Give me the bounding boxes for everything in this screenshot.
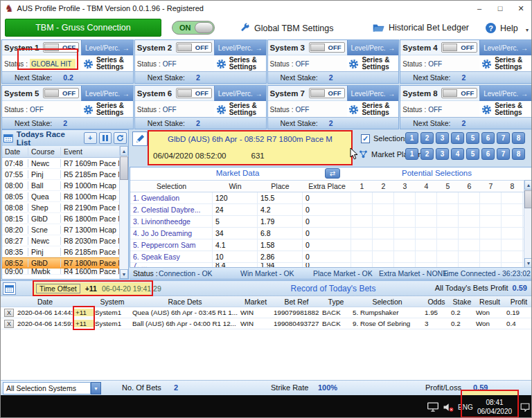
- system-4-toggle[interactable]: OFF: [441, 42, 477, 53]
- bets-col-racedets[interactable]: Race Dets: [131, 298, 239, 306]
- system-8-toggle[interactable]: OFF: [441, 88, 477, 98]
- selection-btn-1[interactable]: 1: [405, 132, 418, 144]
- placement-btn-1[interactable]: 1: [405, 148, 418, 160]
- bets-col-betref[interactable]: Bet Ref: [272, 298, 321, 306]
- system-5-levelperc-button[interactable]: Level/Perc.→: [81, 86, 133, 101]
- market-row[interactable]: 6. Speak Easy102.860: [130, 251, 532, 263]
- system-7-levelperc-button[interactable]: Level/Perc.→: [347, 86, 399, 101]
- system-2-toggle[interactable]: OFF: [176, 42, 212, 53]
- scroll-up-icon[interactable]: ▲: [524, 180, 532, 190]
- placement-btn-5[interactable]: 5: [466, 148, 479, 160]
- race-col-event[interactable]: Event: [61, 147, 128, 156]
- system-4-levelperc-button[interactable]: Level/Perc.→: [479, 40, 531, 55]
- race-row[interactable]: 07:55PinjR5 2185m Pace M: [2, 169, 128, 180]
- help-button[interactable]: ? Help: [486, 23, 518, 33]
- race-row-selected[interactable]: 08:52GlbDR7 1800m Pace M: [2, 257, 128, 269]
- selection-btn-3[interactable]: 3: [436, 132, 449, 144]
- selection-btn-6[interactable]: 6: [481, 132, 495, 144]
- gruss-connection-button[interactable]: TBM - Gruss Connection: [5, 19, 161, 37]
- time-offset-button[interactable]: Time Offset: [36, 284, 80, 293]
- bets-col-type[interactable]: Type: [321, 298, 351, 306]
- bets-col-selection[interactable]: Selection: [351, 298, 423, 306]
- selection-btn-5[interactable]: 5: [466, 132, 479, 144]
- col-pot-7[interactable]: 7: [480, 182, 502, 190]
- bets-col-market[interactable]: Market: [239, 298, 272, 306]
- system-7-series-settings-button[interactable]: Series & Settings: [347, 101, 399, 118]
- historical-bet-ledger-button[interactable]: Historical Bet Ledger: [373, 23, 469, 33]
- col-selection[interactable]: Selection: [130, 182, 213, 190]
- chevron-down-icon[interactable]: ▼: [91, 382, 101, 394]
- selection-btn-7[interactable]: 7: [497, 132, 510, 144]
- system-4-series-settings-button[interactable]: Series & Settings: [479, 55, 531, 72]
- system-5-toggle[interactable]: OFF: [43, 88, 79, 98]
- bets-col-result[interactable]: Result: [475, 298, 505, 306]
- race-row[interactable]: 08:08ShepR8 2190m Pace M: [2, 202, 128, 213]
- scroll-down-icon[interactable]: ▼: [524, 258, 532, 268]
- system-7-toggle[interactable]: OFF: [309, 88, 345, 98]
- col-extra-place[interactable]: Extra Place: [303, 182, 351, 190]
- placement-btn-8[interactable]: 8: [512, 148, 525, 160]
- selection-btn-8[interactable]: 8: [512, 132, 525, 144]
- market-row[interactable]: 2. Celestial Daybre...244.20: [130, 204, 532, 216]
- race-col-course[interactable]: Course: [28, 147, 61, 156]
- system-2-levelperc-button[interactable]: Level/Perc.→: [214, 40, 266, 55]
- race-list-scrollbar[interactable]: ▲ ▼: [119, 146, 128, 279]
- delete-bet-button[interactable]: X: [4, 320, 14, 328]
- race-row-clipped[interactable]: 09:00MwbkR4 1600m Pace M: [2, 269, 128, 275]
- swap-markets-button[interactable]: ⇄: [325, 168, 340, 179]
- pause-button[interactable]: [99, 132, 112, 144]
- system-6-levelperc-button[interactable]: Level/Perc.→: [214, 86, 266, 101]
- system-3-levelperc-button[interactable]: Level/Perc.→: [347, 40, 399, 55]
- scroll-thumb[interactable]: [524, 190, 532, 208]
- race-row[interactable]: 08:00BallR9 1000m Hcap: [2, 180, 128, 191]
- race-row[interactable]: 08:20ScneR7 1300m Hcap: [2, 224, 128, 235]
- bets-calendar-button[interactable]: [3, 282, 16, 295]
- scroll-up-icon[interactable]: ▲: [120, 146, 128, 156]
- scroll-thumb[interactable]: [120, 156, 128, 180]
- placement-btn-4[interactable]: 4: [451, 148, 464, 160]
- selection-btn-4[interactable]: 4: [451, 132, 464, 144]
- placement-btn-6[interactable]: 6: [481, 148, 495, 160]
- selection-btn-2[interactable]: 2: [420, 132, 434, 144]
- global-tbm-settings-button[interactable]: Global TBM Settings: [240, 23, 333, 33]
- minimize-button[interactable]: –: [469, 1, 490, 16]
- bets-col-stake[interactable]: Stake: [450, 298, 475, 306]
- system-6-toggle[interactable]: OFF: [176, 88, 212, 98]
- race-row[interactable]: 08:05QueaR8 1000m Hcap: [2, 191, 128, 202]
- selections-checkbox[interactable]: ✓: [361, 134, 370, 143]
- col-pot-5[interactable]: 5: [437, 182, 459, 190]
- market-scrollbar[interactable]: ▲ ▼: [524, 180, 532, 268]
- maximize-button[interactable]: □: [490, 1, 511, 16]
- col-pot-3[interactable]: 3: [394, 182, 416, 190]
- bets-col-odds[interactable]: Odds: [423, 298, 450, 306]
- add-race-button[interactable]: +: [84, 132, 97, 144]
- market-row[interactable]: 1. Gwendalion12015.50: [130, 192, 532, 204]
- col-pot-1[interactable]: 1: [351, 182, 373, 190]
- bets-col-date[interactable]: Date: [16, 298, 74, 306]
- toolbar-caret-icon[interactable]: ▾: [526, 27, 529, 33]
- system-1-toggle[interactable]: OFF: [43, 42, 79, 53]
- speaker-muted-icon[interactable]: [443, 395, 454, 418]
- col-win[interactable]: Win: [213, 182, 258, 190]
- delete-bet-button[interactable]: X: [4, 309, 14, 317]
- race-row[interactable]: 07:48NewcR7 1609m Pace M: [2, 158, 128, 169]
- system-6-series-settings-button[interactable]: Series & Settings: [214, 101, 266, 118]
- placement-btn-2[interactable]: 2: [420, 148, 434, 160]
- system-1-series-settings-button[interactable]: Series & Settings: [81, 55, 133, 72]
- race-col-date[interactable]: Date: [2, 147, 28, 156]
- col-pot-6[interactable]: 6: [459, 182, 480, 190]
- col-pot-8[interactable]: 8: [502, 182, 523, 190]
- system-3-toggle[interactable]: OFF: [309, 42, 345, 53]
- action-center-icon[interactable]: [520, 395, 530, 418]
- selection-systems-dropdown[interactable]: All Selection Systems ▼: [3, 382, 101, 394]
- close-button[interactable]: ✕: [511, 1, 531, 16]
- system-8-levelperc-button[interactable]: Level/Perc.→: [479, 86, 531, 101]
- market-row[interactable]: 4. Jo Jo Dreaming346.80: [130, 228, 532, 239]
- system-3-series-settings-button[interactable]: Series & Settings: [347, 55, 399, 72]
- col-place[interactable]: Place: [258, 182, 303, 190]
- placement-btn-7[interactable]: 7: [497, 148, 510, 160]
- market-row[interactable]: 3. Livinontheedge51.790: [130, 216, 532, 228]
- edit-race-button[interactable]: [132, 131, 148, 146]
- bets-col-profit[interactable]: Profit: [505, 298, 532, 306]
- system-1-levelperc-button[interactable]: Level/Perc.→: [81, 40, 133, 55]
